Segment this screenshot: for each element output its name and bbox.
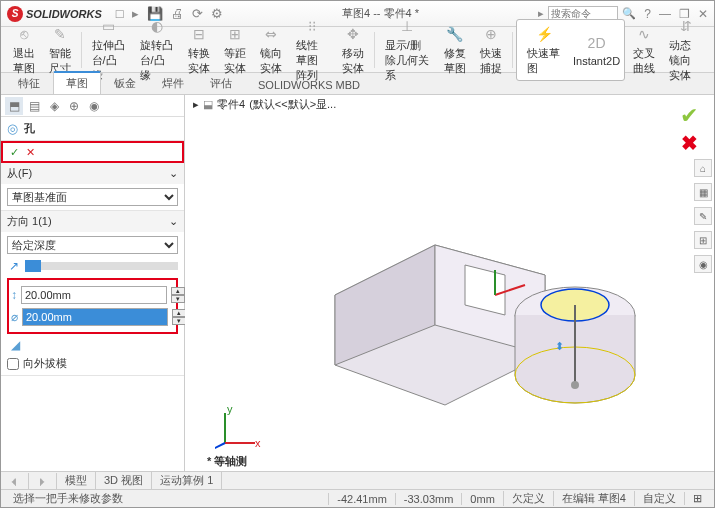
dyn-mirror-button[interactable]: ⇵动态镜向实体	[663, 14, 708, 85]
quick-sketch-button[interactable]: ⚡快速草图	[521, 22, 566, 78]
svg-text:y: y	[227, 403, 233, 415]
view-label: * 等轴测	[207, 454, 247, 469]
pm-tab-config-icon[interactable]: ▤	[25, 97, 43, 115]
status-icon[interactable]: ⊞	[684, 492, 710, 505]
highlighted-inputs: ↕ ▴▾ ⌀ ▴▾	[7, 278, 178, 334]
help-button[interactable]: ?	[644, 7, 651, 21]
task-pane: ⌂ ▦ ✎ ⊞ ◉	[694, 159, 712, 273]
status-bar: 选择一把手来修改参数 -42.41mm -33.03mm 0mm 欠定义 在编辑…	[1, 489, 714, 507]
part-icon: ⬓	[203, 98, 213, 111]
ok-button[interactable]: ✓	[7, 145, 21, 159]
exit-sketch-button[interactable]: ⎋退出草图	[7, 22, 41, 78]
part-name[interactable]: 零件4	[217, 97, 245, 112]
taskpane-icon[interactable]: ⊞	[694, 231, 712, 249]
view-triad[interactable]: y x	[215, 403, 265, 453]
settings-icon[interactable]: ⚙	[211, 6, 223, 21]
draft-icon[interactable]: ◢	[7, 338, 23, 352]
move-button[interactable]: ✥移动实体	[336, 22, 370, 78]
pm-tabs: ⬒ ▤ ◈ ⊕ ◉	[1, 95, 184, 117]
svg-text:x: x	[255, 437, 261, 449]
scroll-right[interactable]: ⏵	[29, 473, 57, 489]
chevron-icon: ⌄	[169, 215, 178, 228]
pm-tab-appearance-icon[interactable]: ⊕	[65, 97, 83, 115]
svg-point-8	[571, 381, 579, 389]
display-state: (默认<<默认>显...	[249, 97, 336, 112]
chevron-icon: ⌄	[169, 167, 178, 180]
model-3d: ⬍	[315, 175, 675, 435]
convert-button[interactable]: ⊟转换实体	[182, 22, 216, 78]
diameter-icon: ⌀	[11, 310, 18, 324]
tab-motion[interactable]: 运动算例 1	[152, 471, 222, 490]
taskpane-icon[interactable]: ✎	[694, 207, 712, 225]
expand-icon[interactable]: ▸	[193, 98, 199, 111]
section-direction: 方向 1(1)⌄ 给定深度 ↗ ↕ ▴▾ ⌀ ▴▾	[1, 211, 184, 376]
draft-checkbox[interactable]	[7, 358, 19, 370]
reverse-icon[interactable]: ↗	[7, 259, 21, 273]
pm-tab-display-icon[interactable]: ◈	[45, 97, 63, 115]
svg-text:⬍: ⬍	[555, 340, 564, 352]
mirror-button[interactable]: ⇔镜向实体	[254, 22, 288, 78]
quick-group: ⚡快速草图 2DInstant2D	[516, 19, 625, 81]
separator	[81, 32, 82, 68]
section-from: 从(F)⌄ 草图基准面	[1, 163, 184, 211]
separator	[512, 32, 513, 68]
scroll-left[interactable]: ⏴	[1, 473, 29, 489]
graphics-viewport[interactable]: ▸ ⬓ 零件4 (默认<<默认>显... ✔ ✖ ⌂ ▦ ✎ ⊞ ◉	[185, 95, 714, 471]
section-dir-title[interactable]: 方向 1(1)⌄	[1, 211, 184, 232]
tab-weldments[interactable]: 焊件	[149, 72, 197, 94]
search-icon[interactable]: 🔍	[622, 7, 636, 20]
pm-tab-more-icon[interactable]: ◉	[85, 97, 103, 115]
spin-down[interactable]: ▾	[172, 317, 186, 325]
status-message: 选择一把手来修改参数	[5, 491, 131, 506]
reject-icon[interactable]: ✖	[681, 131, 698, 155]
draft-label: 向外拔模	[23, 356, 67, 371]
separator	[374, 32, 375, 68]
property-manager: ⬒ ▤ ◈ ⊕ ◉ ◎ 孔 ✓ ✕ 从(F)⌄ 草图基准面 方向 1(1)⌄ 给…	[1, 95, 185, 471]
depth-input[interactable]	[21, 286, 167, 304]
confirm-icon[interactable]: ✔	[680, 103, 698, 129]
tab-3dview[interactable]: 3D 视图	[96, 471, 152, 490]
repair-button[interactable]: 🔧修复草图	[438, 22, 472, 78]
status-editing: 在编辑 草图4	[553, 491, 634, 506]
status-defined: 欠定义	[503, 491, 553, 506]
logo-icon: S	[7, 6, 23, 22]
diameter-input[interactable]	[22, 308, 168, 326]
curve-button[interactable]: ∿交叉曲线	[627, 22, 661, 78]
from-select[interactable]: 草图基准面	[7, 188, 178, 206]
taskpane-icon[interactable]: ◉	[694, 255, 712, 273]
snap-button[interactable]: ⊕快速捕捉	[474, 22, 508, 78]
pm-ok-cancel: ✓ ✕	[1, 141, 184, 163]
pm-tab-feature-icon[interactable]: ⬒	[5, 97, 23, 115]
cancel-button[interactable]: ✕	[23, 145, 37, 159]
tab-features[interactable]: 特征	[5, 72, 53, 94]
pm-header: ◎ 孔	[1, 117, 184, 141]
svg-line-14	[215, 443, 225, 451]
status-y: -33.03mm	[395, 493, 462, 505]
spin-up[interactable]: ▴	[171, 287, 185, 295]
content-area: ⬒ ▤ ◈ ⊕ ◉ ◎ 孔 ✓ ✕ 从(F)⌄ 草图基准面 方向 1(1)⌄ 给…	[1, 95, 714, 471]
tab-mbd[interactable]: SOLIDWORKS MBD	[245, 75, 373, 94]
spin-down[interactable]: ▾	[171, 295, 185, 303]
spin-up[interactable]: ▴	[172, 309, 186, 317]
end-condition-select[interactable]: 给定深度	[7, 236, 178, 254]
tab-sketch[interactable]: 草图	[53, 71, 101, 94]
smart-dim-button[interactable]: ✎智能尺寸	[43, 22, 77, 78]
status-x: -42.41mm	[328, 493, 395, 505]
relations-button[interactable]: ⊥显示/删除几何关系	[379, 14, 436, 85]
depth-icon: ↕	[11, 288, 17, 302]
offset-button[interactable]: ⊞等距实体	[218, 22, 252, 78]
tab-evaluate[interactable]: 评估	[197, 72, 245, 94]
section-from-title[interactable]: 从(F)⌄	[1, 163, 184, 184]
taskpane-icon[interactable]: ⌂	[694, 159, 712, 177]
pm-title: 孔	[24, 121, 35, 136]
tab-model[interactable]: 模型	[57, 471, 96, 490]
direction-slider[interactable]	[25, 262, 178, 270]
taskpane-icon[interactable]: ▦	[694, 183, 712, 201]
ribbon: ⎋退出草图 ✎智能尺寸 ▭拉伸凸台/凸缘 ◐旋转凸台/凸缘 ⊟转换实体 ⊞等距实…	[1, 27, 714, 73]
instant2d-button[interactable]: 2DInstant2D	[573, 22, 621, 78]
tab-sheetmetal[interactable]: 钣金	[101, 72, 149, 94]
status-z: 0mm	[461, 493, 502, 505]
breadcrumb[interactable]: ▸ ⬓ 零件4 (默认<<默认>显...	[193, 97, 336, 112]
refresh-icon[interactable]: ⟳	[192, 6, 203, 21]
draft-outward[interactable]: 向外拔模	[7, 356, 178, 371]
